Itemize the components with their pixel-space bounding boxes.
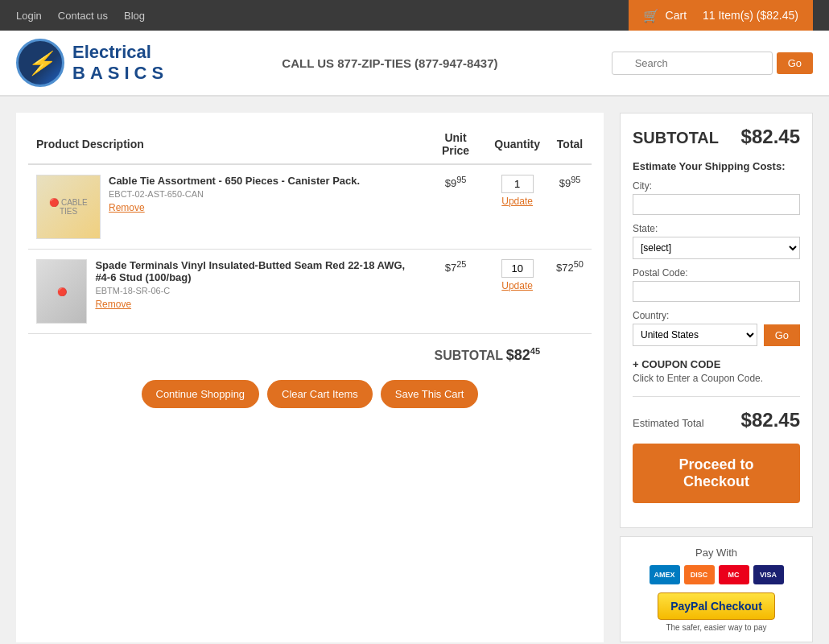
contact-link[interactable]: Contact us bbox=[58, 10, 108, 22]
quantity-cell: Update bbox=[486, 164, 548, 250]
product-info: Spade Terminals Vinyl Insulated-Butted S… bbox=[95, 259, 416, 310]
remove-link[interactable]: Remove bbox=[109, 202, 360, 213]
coupon-link[interactable]: Click to Enter a Coupon Code. bbox=[633, 373, 800, 384]
mastercard-icon: MC bbox=[719, 565, 749, 584]
product-name: Spade Terminals Vinyl Insulated-Butted S… bbox=[95, 259, 416, 283]
city-field-group: City: bbox=[633, 180, 800, 215]
city-input[interactable] bbox=[633, 194, 800, 215]
clear-cart-button[interactable]: Clear Cart Items bbox=[267, 380, 373, 408]
postal-input[interactable] bbox=[633, 281, 800, 302]
quantity-input[interactable] bbox=[501, 175, 534, 193]
checkout-button[interactable]: Proceed to Checkout bbox=[633, 444, 800, 503]
discover-icon: DISC bbox=[684, 565, 715, 584]
shipping-title: Estimate Your Shipping Costs: bbox=[633, 160, 800, 172]
sidebar-subtotal-amount: $82.45 bbox=[741, 126, 800, 148]
col-quantity: Quantity bbox=[486, 125, 548, 164]
remove-link[interactable]: Remove bbox=[95, 299, 416, 310]
city-label: City: bbox=[633, 180, 800, 192]
update-link[interactable]: Update bbox=[494, 280, 540, 291]
cart-items-count: 11 Item(s) ($82.45) bbox=[703, 9, 798, 22]
total-cell: $995 bbox=[548, 164, 592, 250]
coupon-section: + COUPON CODE Click to Enter a Coupon Co… bbox=[633, 358, 800, 384]
paypal-button[interactable]: PayPal Checkout bbox=[658, 592, 775, 620]
product-thumbnail: 🔴 bbox=[37, 260, 86, 323]
logo-icon: ⚡ bbox=[16, 39, 64, 87]
table-header-row: Product Description Unit Price Quantity … bbox=[28, 125, 592, 164]
update-link[interactable]: Update bbox=[494, 196, 540, 207]
item-total: $995 bbox=[559, 177, 581, 189]
product-name: Cable Tie Assortment - 650 Pieces - Cani… bbox=[109, 175, 360, 187]
state-field-group: State: [select] bbox=[633, 223, 800, 259]
top-bar: Login Contact us Blog 🛒 Cart 11 Item(s) … bbox=[0, 0, 829, 31]
cart-section: Product Description Unit Price Quantity … bbox=[16, 113, 604, 642]
postal-field-group: Postal Code: bbox=[633, 267, 800, 302]
logo-electrical: Electrical bbox=[72, 42, 168, 63]
col-total: Total bbox=[548, 125, 592, 164]
unit-price-cell: $725 bbox=[425, 250, 486, 334]
cart-label: Cart bbox=[666, 9, 687, 22]
save-cart-button[interactable]: Save This Cart bbox=[381, 380, 479, 408]
country-select[interactable]: United States bbox=[633, 324, 757, 346]
blog-link[interactable]: Blog bbox=[124, 10, 145, 22]
cart-actions: Continue Shopping Clear Cart Items Save … bbox=[28, 380, 592, 408]
phone-area: CALL US 877-ZIP-TIES (877-947-8437) bbox=[192, 56, 588, 70]
amex-icon: AMEX bbox=[650, 565, 680, 584]
estimated-amount: $82.45 bbox=[741, 409, 800, 431]
cart-table: Product Description Unit Price Quantity … bbox=[28, 125, 592, 368]
divider bbox=[633, 396, 800, 397]
product-image: 🔴 bbox=[36, 259, 87, 324]
search-area: 🔍 Go bbox=[612, 52, 813, 75]
estimated-total-row: Estimated Total $82.45 bbox=[633, 409, 800, 431]
product-sku: EBTM-18-SR-06-C bbox=[95, 286, 416, 295]
search-go-button[interactable]: Go bbox=[777, 52, 813, 74]
card-icons: AMEX DISC MC VISA bbox=[630, 565, 802, 584]
subtotal-amount: $8245 bbox=[506, 347, 540, 363]
shipping-section: Estimate Your Shipping Costs: City: Stat… bbox=[633, 160, 800, 346]
page-content: Product Description Unit Price Quantity … bbox=[8, 113, 821, 642]
country-label: Country: bbox=[633, 310, 800, 321]
sidebar-subtotal-header: SUBTOTAL $82.45 bbox=[633, 126, 800, 148]
cart-subtotal-row: SUBTOTAL $8245 bbox=[28, 334, 592, 369]
logo-text: Electrical BASICS bbox=[72, 42, 168, 84]
login-link[interactable]: Login bbox=[16, 10, 42, 22]
search-wrap: 🔍 bbox=[612, 52, 773, 75]
shipping-go-button[interactable]: Go bbox=[764, 324, 800, 346]
sidebar-subtotal-box: SUBTOTAL $82.45 Estimate Your Shipping C… bbox=[620, 113, 813, 528]
item-total: $7250 bbox=[556, 262, 584, 274]
header: ⚡ Electrical BASICS CALL US 877-ZIP-TIES… bbox=[0, 31, 829, 97]
sidebar: SUBTOTAL $82.45 Estimate Your Shipping C… bbox=[620, 113, 813, 642]
visa-icon: VISA bbox=[753, 565, 784, 584]
logo-area: ⚡ Electrical BASICS bbox=[16, 39, 168, 87]
subtotal-label: SUBTOTAL bbox=[434, 349, 503, 362]
product-image: 🔴 CABLETIES bbox=[36, 175, 101, 239]
product-sku: EBCT-02-AST-650-CAN bbox=[109, 189, 360, 199]
search-input[interactable] bbox=[612, 52, 773, 75]
pay-with-box: Pay With AMEX DISC MC VISA PayPal Checko… bbox=[620, 536, 813, 642]
product-info: Cable Tie Assortment - 650 Pieces - Cani… bbox=[109, 175, 360, 213]
cart-icon: 🛒 bbox=[643, 8, 659, 23]
unit-price-cell: $995 bbox=[425, 164, 486, 250]
col-price: Unit Price bbox=[425, 125, 486, 164]
country-field-group: Country: United States Go bbox=[633, 310, 800, 346]
quantity-input[interactable] bbox=[501, 259, 534, 278]
state-select[interactable]: [select] bbox=[633, 237, 800, 259]
sidebar-subtotal-title: SUBTOTAL bbox=[633, 129, 719, 147]
coupon-title: + COUPON CODE bbox=[633, 358, 800, 370]
product-cell: 🔴 CABLETIES Cable Tie Assortment - 650 P… bbox=[28, 164, 425, 250]
postal-label: Postal Code: bbox=[633, 267, 800, 279]
table-row: 🔴 Spade Terminals Vinyl Insulated-Butted… bbox=[28, 250, 592, 334]
continue-shopping-button[interactable]: Continue Shopping bbox=[142, 380, 260, 408]
product-thumbnail: 🔴 CABLETIES bbox=[37, 175, 100, 238]
estimated-label: Estimated Total bbox=[633, 417, 704, 429]
state-label: State: bbox=[633, 223, 800, 234]
col-product: Product Description bbox=[28, 125, 425, 164]
cart-button[interactable]: 🛒 Cart 11 Item(s) ($82.45) bbox=[629, 0, 813, 31]
logo-basics: BASICS bbox=[72, 63, 168, 84]
unit-price: $995 bbox=[445, 177, 467, 189]
table-row: 🔴 CABLETIES Cable Tie Assortment - 650 P… bbox=[28, 164, 592, 250]
quantity-cell: Update bbox=[486, 250, 548, 334]
paypal-subtext: The safer, easier way to pay bbox=[630, 623, 802, 632]
phone-number: CALL US 877-ZIP-TIES (877-947-8437) bbox=[282, 56, 497, 70]
bolt-icon: ⚡ bbox=[27, 50, 55, 76]
pay-with-title: Pay With bbox=[630, 547, 802, 559]
